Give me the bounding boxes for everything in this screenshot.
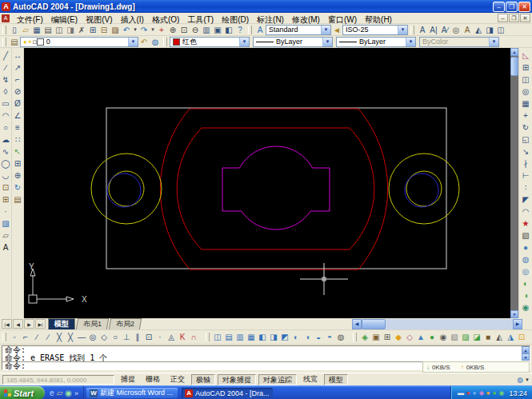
scroll-right-icon[interactable]: ▶ bbox=[513, 319, 522, 329]
match-properties-button[interactable]: ▨ bbox=[110, 24, 121, 35]
back-view-button[interactable]: ◩ bbox=[279, 331, 290, 344]
taskbar-word-task[interactable]: W新建 Microsoft Word ... bbox=[86, 388, 178, 398]
erase-button[interactable]: ◺ bbox=[520, 50, 531, 62]
tray-tray-purple-icon[interactable]: ◆ bbox=[479, 386, 484, 399]
zoom-realtime-button[interactable]: ⊕ bbox=[167, 24, 178, 35]
combo-dropdown-icon[interactable]: ▼ bbox=[321, 26, 330, 34]
doc-minimize-button[interactable]: – bbox=[498, 14, 508, 22]
tray-input-method-icon[interactable]: ▬ bbox=[458, 386, 464, 399]
stretch-button[interactable]: ↘ bbox=[520, 146, 531, 158]
linetype-combo[interactable]: ByLayer ▼ bbox=[253, 37, 333, 47]
cut-button[interactable]: ✗ bbox=[76, 24, 87, 35]
multiline-text-button[interactable]: A bbox=[417, 24, 428, 35]
status-toggle-polar[interactable]: 极轴 bbox=[191, 374, 215, 385]
rotate-button[interactable]: ↻ bbox=[520, 122, 531, 134]
dimension-update-button[interactable]: ↻ bbox=[12, 182, 23, 194]
cmd-scroll-down-icon[interactable]: ▼ bbox=[522, 353, 530, 361]
convert-text-button[interactable]: ◫ bbox=[495, 24, 506, 35]
region-button[interactable]: ▱ bbox=[0, 229, 11, 241]
tab-nav-button-0[interactable]: |◀ bbox=[2, 319, 12, 329]
menu-draw[interactable]: 绘图(D) bbox=[218, 15, 253, 24]
statistics-button[interactable]: ◮ bbox=[505, 331, 516, 344]
find-button[interactable]: ◎ bbox=[450, 24, 462, 35]
menu-help[interactable]: 帮助(H) bbox=[361, 15, 396, 24]
baseline-dimension-button[interactable]: ≡ bbox=[12, 122, 23, 134]
snap-to-center-button[interactable]: ◎ bbox=[87, 331, 98, 344]
scroll-down-icon[interactable]: ▼ bbox=[510, 310, 518, 318]
center-mark-button[interactable]: ⊕ bbox=[12, 170, 23, 182]
right-view-button[interactable]: ◧ bbox=[257, 331, 268, 344]
tab-nav-button-3[interactable]: ▶| bbox=[35, 319, 46, 329]
break-button[interactable]: ∶ bbox=[520, 182, 531, 194]
snap-to-none-button[interactable]: K bbox=[177, 331, 188, 344]
status-toggle-snap[interactable]: 捕捉 bbox=[117, 374, 139, 385]
scroll-up-icon[interactable]: ▲ bbox=[510, 48, 518, 56]
snap-to-intersection-button[interactable]: ╳ bbox=[54, 331, 65, 344]
tray-tray-red-icon[interactable]: ● bbox=[466, 386, 470, 399]
cmd-scroll-up-icon[interactable]: ▲ bbox=[522, 346, 530, 353]
polyline-button[interactable]: ↯ bbox=[0, 74, 11, 86]
snap-to-node-button[interactable]: · bbox=[154, 331, 166, 344]
bottom-view-button[interactable]: ▥ bbox=[234, 331, 246, 344]
taskbar-autocad-task[interactable]: AAutoCAD 2004 - [Dra... bbox=[182, 388, 273, 398]
ordinate-dimension-button[interactable]: ⌐ bbox=[12, 74, 23, 86]
spline-button[interactable]: ∿ bbox=[0, 146, 11, 158]
menu-file[interactable]: 文件(F) bbox=[13, 15, 47, 24]
temporary-track-point-button[interactable]: ◦ bbox=[9, 331, 20, 344]
diameter-dimension-button[interactable]: Ø bbox=[12, 98, 23, 110]
render-scene-button[interactable]: ▣ bbox=[370, 331, 382, 344]
line-button[interactable]: ╱ bbox=[0, 50, 11, 62]
ellipse-arc-button[interactable]: ◡ bbox=[0, 170, 11, 182]
menu-format[interactable]: 格式(O) bbox=[148, 15, 183, 24]
save-button[interactable]: ▦ bbox=[31, 24, 42, 35]
trim-button[interactable]: ∤ bbox=[520, 158, 531, 170]
tray-tray-blue-icon[interactable]: ● bbox=[473, 386, 477, 399]
toolbar-grip[interactable] bbox=[353, 333, 357, 341]
menu-window[interactable]: 窗口(W) bbox=[324, 15, 361, 24]
materials-button[interactable]: ◇ bbox=[404, 331, 415, 344]
snap-to-quadrant-button[interactable]: ◇ bbox=[98, 331, 110, 344]
solids-sphere-button[interactable]: ● bbox=[520, 241, 531, 253]
combo-dropdown-icon[interactable]: ▼ bbox=[406, 38, 415, 46]
designcenter-button[interactable]: ▣ bbox=[212, 24, 223, 35]
layer-freeze-icon[interactable]: ☀ bbox=[27, 38, 33, 46]
right-hole-circle[interactable] bbox=[405, 174, 438, 207]
solids-torus-button[interactable]: ◎ bbox=[520, 265, 531, 277]
aligned-dimension-button[interactable]: ↗ bbox=[12, 62, 23, 74]
plot-preview-button[interactable]: ◫ bbox=[54, 24, 65, 35]
right-boss-outer-circle[interactable] bbox=[389, 154, 459, 224]
radius-dimension-button[interactable]: ⊘ bbox=[12, 86, 23, 98]
combo-dropdown-icon[interactable]: ▼ bbox=[322, 38, 332, 46]
tray-tray-shield-icon[interactable]: ◉ bbox=[498, 386, 504, 399]
copy-clip-button[interactable]: ⊞ bbox=[87, 24, 98, 35]
dim-style-manager-button[interactable]: ◄ bbox=[331, 24, 342, 35]
revision-cloud-button[interactable]: ☁ bbox=[0, 134, 11, 146]
doc-restore-button[interactable]: ❐ bbox=[509, 14, 519, 22]
layer-color-swatch[interactable] bbox=[37, 38, 44, 46]
polygon-button[interactable]: ◊ bbox=[0, 86, 11, 98]
layer-combo[interactable]: ● ☀ ◘ 0 ▼ bbox=[20, 37, 138, 47]
status-menu-arrow-icon[interactable]: ▼ bbox=[525, 377, 530, 382]
array-button[interactable]: ▦ bbox=[520, 98, 531, 110]
status-toggle-grid[interactable]: 栅格 bbox=[142, 374, 164, 385]
tool-palettes-button[interactable]: ◧ bbox=[223, 24, 234, 35]
construction-line-button[interactable]: ∕ bbox=[0, 62, 11, 74]
front-view-button[interactable]: ◨ bbox=[268, 331, 279, 344]
make-block-button[interactable]: ⊞ bbox=[0, 194, 11, 205]
layer-properties-manager-button[interactable]: ▤ bbox=[9, 36, 20, 47]
toolbar-grip[interactable] bbox=[2, 333, 6, 341]
named-views-button[interactable]: ◫ bbox=[212, 331, 223, 344]
help-button[interactable]: ? bbox=[234, 24, 246, 35]
doc-close-button[interactable]: ✕ bbox=[520, 14, 530, 22]
layer-states-button[interactable]: ◍ bbox=[150, 36, 161, 47]
color-combo[interactable]: 红色 ▼ bbox=[170, 37, 250, 47]
ne-isometric-button[interactable]: ◒ bbox=[313, 331, 324, 344]
scale-text-button[interactable]: ◭ bbox=[473, 24, 484, 35]
open-button[interactable]: ▱ bbox=[20, 24, 31, 35]
lineweight-combo[interactable]: ByLayer ▼ bbox=[336, 37, 416, 47]
landscape-new-button[interactable]: ▨ bbox=[460, 331, 471, 344]
magenta-cam-profile[interactable] bbox=[222, 146, 330, 229]
quick-launch-media-player-icon[interactable]: ◉ bbox=[65, 386, 72, 399]
close-button[interactable]: ✕ bbox=[518, 2, 530, 12]
plot-button[interactable]: ▤ bbox=[42, 24, 54, 35]
